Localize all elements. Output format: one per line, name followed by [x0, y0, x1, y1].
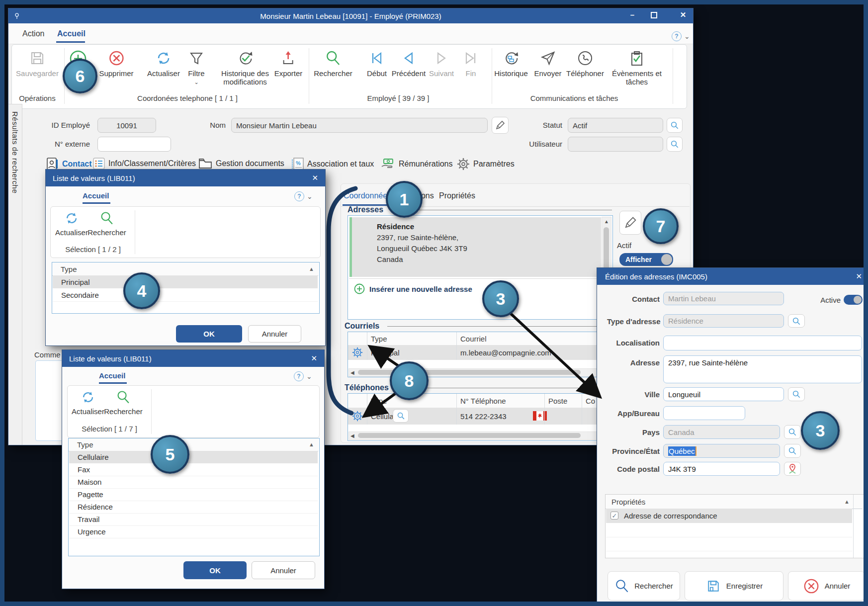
callout-3-dialog: 3	[801, 411, 840, 450]
callout-8: 8	[390, 361, 429, 400]
callout-5: 5	[151, 435, 189, 474]
callout-7: 7	[643, 208, 679, 244]
callout-4: 4	[123, 272, 160, 309]
callout-3-arrow: 3	[482, 280, 519, 317]
callout-1: 1	[386, 181, 423, 218]
callout-6: 6	[63, 59, 97, 93]
screenshot-canvas: Monsieur Martin Lebeau [10091] - Employé…	[0, 0, 868, 606]
